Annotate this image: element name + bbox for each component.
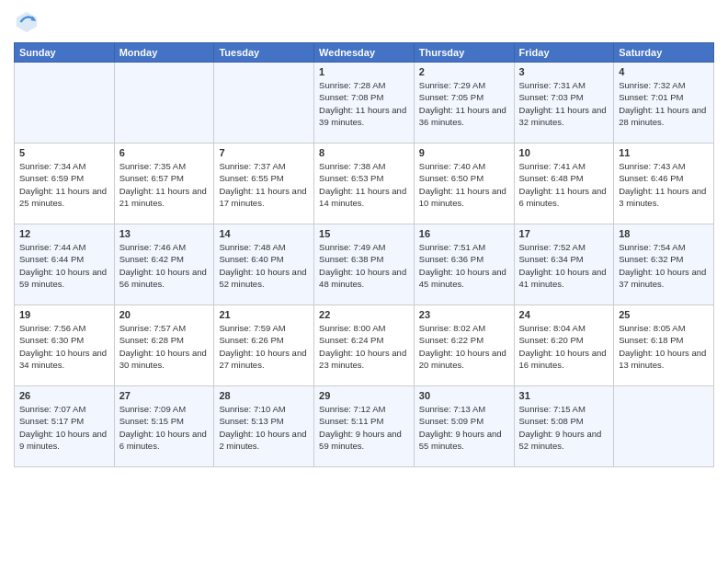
- day-number: 12: [19, 228, 109, 239]
- day-number: 20: [119, 309, 210, 320]
- day-number: 30: [419, 390, 509, 401]
- day-info: Sunrise: 7:40 AMSunset: 6:50 PMDaylight:…: [419, 160, 509, 209]
- day-number: 19: [19, 309, 109, 320]
- cell-w0-d1: [114, 63, 214, 144]
- day-number: 18: [619, 228, 709, 239]
- cell-w2-d6: 18Sunrise: 7:54 AMSunset: 6:32 PMDayligh…: [614, 224, 714, 305]
- day-info: Sunrise: 8:04 AMSunset: 6:20 PMDaylight:…: [519, 322, 609, 371]
- day-number: 25: [619, 309, 709, 320]
- day-number: 1: [319, 66, 409, 77]
- cell-w1-d1: 6Sunrise: 7:35 AMSunset: 6:57 PMDaylight…: [114, 144, 214, 224]
- cell-w3-d6: 25Sunrise: 8:05 AMSunset: 6:18 PMDayligh…: [614, 305, 714, 386]
- day-info: Sunrise: 7:57 AMSunset: 6:28 PMDaylight:…: [119, 322, 210, 371]
- day-info: Sunrise: 7:48 AMSunset: 6:40 PMDaylight:…: [219, 241, 309, 290]
- day-info: Sunrise: 8:02 AMSunset: 6:22 PMDaylight:…: [419, 322, 509, 371]
- day-info: Sunrise: 7:44 AMSunset: 6:44 PMDaylight:…: [19, 241, 109, 290]
- cell-w0-d5: 3Sunrise: 7:31 AMSunset: 7:03 PMDaylight…: [514, 63, 614, 144]
- day-number: 22: [319, 309, 409, 320]
- cell-w1-d6: 11Sunrise: 7:43 AMSunset: 6:46 PMDayligh…: [614, 144, 714, 224]
- cell-w3-d3: 22Sunrise: 8:00 AMSunset: 6:24 PMDayligh…: [314, 305, 415, 386]
- day-info: Sunrise: 7:29 AMSunset: 7:05 PMDaylight:…: [419, 79, 509, 128]
- day-number: 24: [519, 309, 609, 320]
- cell-w4-d0: 26Sunrise: 7:07 AMSunset: 5:17 PMDayligh…: [15, 386, 115, 467]
- cell-w2-d3: 15Sunrise: 7:49 AMSunset: 6:38 PMDayligh…: [314, 224, 415, 305]
- day-number: 23: [419, 309, 509, 320]
- day-info: Sunrise: 7:59 AMSunset: 6:26 PMDaylight:…: [219, 322, 309, 371]
- day-number: 2: [419, 66, 509, 77]
- day-number: 7: [219, 147, 309, 158]
- cell-w4-d6: [614, 386, 714, 467]
- day-number: 26: [19, 390, 109, 401]
- day-info: Sunrise: 7:31 AMSunset: 7:03 PMDaylight:…: [519, 79, 609, 128]
- header-monday: Monday: [114, 43, 214, 63]
- cell-w1-d0: 5Sunrise: 7:34 AMSunset: 6:59 PMDaylight…: [15, 144, 115, 224]
- day-number: 21: [219, 309, 309, 320]
- day-number: 9: [419, 147, 509, 158]
- cell-w0-d2: [214, 63, 314, 144]
- day-info: Sunrise: 7:34 AMSunset: 6:59 PMDaylight:…: [19, 160, 109, 209]
- day-number: 11: [619, 147, 709, 158]
- cell-w0-d4: 2Sunrise: 7:29 AMSunset: 7:05 PMDaylight…: [414, 63, 514, 144]
- cell-w4-d4: 30Sunrise: 7:13 AMSunset: 5:09 PMDayligh…: [414, 386, 514, 467]
- day-info: Sunrise: 7:09 AMSunset: 5:15 PMDaylight:…: [119, 403, 210, 452]
- calendar-table: SundayMondayTuesdayWednesdayThursdayFrid…: [14, 42, 714, 467]
- week-row-4: 26Sunrise: 7:07 AMSunset: 5:17 PMDayligh…: [15, 386, 714, 467]
- day-number: 14: [219, 228, 309, 239]
- cell-w2-d4: 16Sunrise: 7:51 AMSunset: 6:36 PMDayligh…: [414, 224, 514, 305]
- day-info: Sunrise: 7:46 AMSunset: 6:42 PMDaylight:…: [119, 241, 210, 290]
- header: [14, 9, 714, 35]
- day-info: Sunrise: 7:52 AMSunset: 6:34 PMDaylight:…: [519, 241, 609, 290]
- day-number: 27: [119, 390, 210, 401]
- day-info: Sunrise: 7:37 AMSunset: 6:55 PMDaylight:…: [219, 160, 309, 209]
- day-number: 4: [619, 66, 709, 77]
- day-info: Sunrise: 7:13 AMSunset: 5:09 PMDaylight:…: [419, 403, 509, 452]
- cell-w3-d4: 23Sunrise: 8:02 AMSunset: 6:22 PMDayligh…: [414, 305, 514, 386]
- cell-w2-d2: 14Sunrise: 7:48 AMSunset: 6:40 PMDayligh…: [214, 224, 314, 305]
- day-number: 15: [319, 228, 409, 239]
- cell-w2-d1: 13Sunrise: 7:46 AMSunset: 6:42 PMDayligh…: [114, 224, 214, 305]
- day-number: 3: [519, 66, 609, 77]
- week-row-1: 5Sunrise: 7:34 AMSunset: 6:59 PMDaylight…: [15, 144, 714, 224]
- day-number: 31: [519, 390, 609, 401]
- day-info: Sunrise: 7:56 AMSunset: 6:30 PMDaylight:…: [19, 322, 109, 371]
- day-info: Sunrise: 8:05 AMSunset: 6:18 PMDaylight:…: [619, 322, 709, 371]
- day-number: 28: [219, 390, 309, 401]
- cell-w2-d5: 17Sunrise: 7:52 AMSunset: 6:34 PMDayligh…: [514, 224, 614, 305]
- logo: [14, 9, 43, 35]
- cell-w3-d2: 21Sunrise: 7:59 AMSunset: 6:26 PMDayligh…: [214, 305, 314, 386]
- day-number: 8: [319, 147, 409, 158]
- cell-w0-d3: 1Sunrise: 7:28 AMSunset: 7:08 PMDaylight…: [314, 63, 415, 144]
- week-row-3: 19Sunrise: 7:56 AMSunset: 6:30 PMDayligh…: [15, 305, 714, 386]
- day-info: Sunrise: 7:12 AMSunset: 5:11 PMDaylight:…: [319, 403, 409, 452]
- day-info: Sunrise: 7:38 AMSunset: 6:53 PMDaylight:…: [319, 160, 409, 209]
- header-friday: Friday: [514, 43, 614, 63]
- header-saturday: Saturday: [614, 43, 714, 63]
- day-info: Sunrise: 7:49 AMSunset: 6:38 PMDaylight:…: [319, 241, 409, 290]
- cell-w0-d6: 4Sunrise: 7:32 AMSunset: 7:01 PMDaylight…: [614, 63, 714, 144]
- cell-w1-d5: 10Sunrise: 7:41 AMSunset: 6:48 PMDayligh…: [514, 144, 614, 224]
- cell-w2-d0: 12Sunrise: 7:44 AMSunset: 6:44 PMDayligh…: [15, 224, 115, 305]
- day-number: 17: [519, 228, 609, 239]
- day-info: Sunrise: 7:32 AMSunset: 7:01 PMDaylight:…: [619, 79, 709, 128]
- day-number: 5: [19, 147, 109, 158]
- week-row-2: 12Sunrise: 7:44 AMSunset: 6:44 PMDayligh…: [15, 224, 714, 305]
- day-info: Sunrise: 7:41 AMSunset: 6:48 PMDaylight:…: [519, 160, 609, 209]
- day-info: Sunrise: 7:28 AMSunset: 7:08 PMDaylight:…: [319, 79, 409, 128]
- day-number: 16: [419, 228, 509, 239]
- cell-w0-d0: [15, 63, 115, 144]
- day-number: 13: [119, 228, 210, 239]
- cell-w4-d2: 28Sunrise: 7:10 AMSunset: 5:13 PMDayligh…: [214, 386, 314, 467]
- header-sunday: Sunday: [15, 43, 115, 63]
- week-row-0: 1Sunrise: 7:28 AMSunset: 7:08 PMDaylight…: [15, 63, 714, 144]
- cell-w4-d1: 27Sunrise: 7:09 AMSunset: 5:15 PMDayligh…: [114, 386, 214, 467]
- header-row: SundayMondayTuesdayWednesdayThursdayFrid…: [15, 43, 714, 63]
- logo-icon: [14, 9, 40, 35]
- cell-w4-d3: 29Sunrise: 7:12 AMSunset: 5:11 PMDayligh…: [314, 386, 415, 467]
- cell-w3-d0: 19Sunrise: 7:56 AMSunset: 6:30 PMDayligh…: [15, 305, 115, 386]
- day-info: Sunrise: 7:51 AMSunset: 6:36 PMDaylight:…: [419, 241, 509, 290]
- day-info: Sunrise: 7:07 AMSunset: 5:17 PMDaylight:…: [19, 403, 109, 452]
- day-info: Sunrise: 7:15 AMSunset: 5:08 PMDaylight:…: [519, 403, 609, 452]
- header-wednesday: Wednesday: [314, 43, 415, 63]
- day-info: Sunrise: 7:10 AMSunset: 5:13 PMDaylight:…: [219, 403, 309, 452]
- cell-w1-d4: 9Sunrise: 7:40 AMSunset: 6:50 PMDaylight…: [414, 144, 514, 224]
